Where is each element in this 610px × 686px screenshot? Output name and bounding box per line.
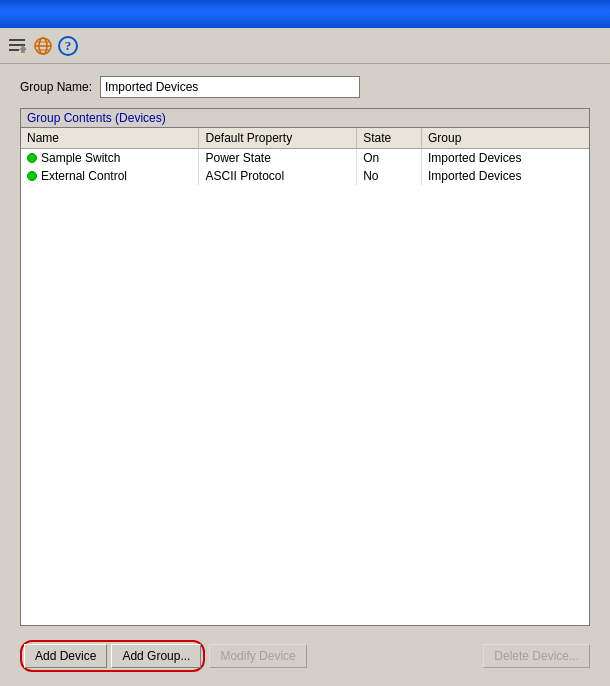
device-table: Name Default Property State Group Sample… <box>21 128 589 185</box>
cell-default-property: Power State <box>199 149 357 168</box>
title-bar <box>0 0 610 28</box>
table-row[interactable]: External ControlASCII ProtocolNoImported… <box>21 167 589 185</box>
device-table-container: Name Default Property State Group Sample… <box>21 128 589 625</box>
cell-state: No <box>357 167 422 185</box>
table-row[interactable]: Sample SwitchPower StateOnImported Devic… <box>21 149 589 168</box>
device-table-body: Sample SwitchPower StateOnImported Devic… <box>21 149 589 186</box>
cell-name: External Control <box>21 167 199 185</box>
group-name-row: Group Name: <box>20 76 590 98</box>
cell-group: Imported Devices <box>422 167 589 185</box>
group-contents-label: Group Contents (Devices) <box>21 109 589 128</box>
status-dot <box>27 171 37 181</box>
modify-device-button: Modify Device <box>209 644 306 668</box>
col-name: Name <box>21 128 199 149</box>
cell-state: On <box>357 149 422 168</box>
button-row: Add Device Add Group... Modify Device De… <box>20 636 590 676</box>
group-name-label: Group Name: <box>20 80 100 94</box>
col-state: State <box>357 128 422 149</box>
cell-name: Sample Switch <box>21 149 199 168</box>
toolbar: ? <box>0 28 610 64</box>
globe-icon[interactable] <box>32 35 54 57</box>
cell-group: Imported Devices <box>422 149 589 168</box>
add-group-button[interactable]: Add Group... <box>111 644 201 668</box>
group-contents-section: Group Contents (Devices) Name Default Pr… <box>20 108 590 626</box>
help-icon[interactable]: ? <box>58 36 78 56</box>
add-device-button[interactable]: Add Device <box>24 644 107 668</box>
delete-device-button: Delete Device... <box>483 644 590 668</box>
table-header-row: Name Default Property State Group <box>21 128 589 149</box>
highlighted-buttons: Add Device Add Group... <box>20 640 205 672</box>
status-dot <box>27 153 37 163</box>
col-default-property: Default Property <box>199 128 357 149</box>
group-name-input[interactable] <box>100 76 360 98</box>
list-icon[interactable] <box>6 35 28 57</box>
cell-default-property: ASCII Protocol <box>199 167 357 185</box>
svg-rect-0 <box>9 39 25 41</box>
svg-rect-2 <box>9 49 19 51</box>
col-group: Group <box>422 128 589 149</box>
main-content: Group Name: Group Contents (Devices) Nam… <box>0 64 610 686</box>
